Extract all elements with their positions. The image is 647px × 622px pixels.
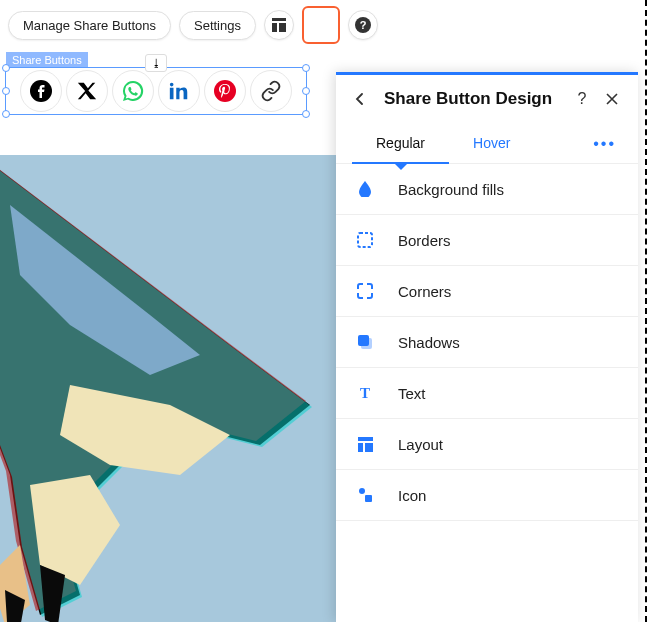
option-shadows[interactable]: Shadows [336,317,638,368]
svg-rect-12 [365,443,373,452]
x-icon [76,80,98,102]
help-icon-button[interactable]: ? [348,10,378,40]
layout-option-icon [356,435,374,453]
option-layout[interactable]: Layout [336,419,638,470]
layout-icon [272,18,286,32]
option-label: Background fills [398,181,504,198]
paintbrush-icon [313,15,329,31]
design-options-list: Background fills Borders Corners Shadows… [336,164,638,521]
pinterest-share-button[interactable] [204,70,246,112]
tab-more-button[interactable]: ••• [587,125,622,163]
whatsapp-share-button[interactable] [112,70,154,112]
pinterest-icon [213,79,237,103]
option-label: Layout [398,436,443,453]
help-icon: ? [355,17,371,33]
linkedin-icon [168,80,190,102]
design-tabs: Regular Hover ••• [336,125,638,164]
manage-share-buttons-button[interactable]: Manage Share Buttons [8,11,171,40]
widget-label: Share Buttons [6,52,88,68]
svg-rect-2 [279,23,286,32]
chevron-left-icon [354,93,366,105]
link-share-button[interactable] [250,70,292,112]
download-icon[interactable]: ⭳ [145,54,167,72]
resize-handle[interactable] [2,64,10,72]
whatsapp-icon [121,79,145,103]
icon-option-icon [356,486,374,504]
corners-icon [356,282,374,300]
link-icon [260,80,282,102]
borders-icon [356,231,374,249]
svg-rect-14 [365,495,372,502]
close-icon [606,93,618,105]
resize-handle[interactable] [2,110,10,118]
facebook-share-button[interactable] [20,70,62,112]
svg-rect-7 [358,233,372,247]
option-icon[interactable]: Icon [336,470,638,521]
settings-button[interactable]: Settings [179,11,256,40]
panel-header: Share Button Design ? [336,75,638,125]
tab-hover[interactable]: Hover [449,125,534,163]
svg-rect-9 [358,335,369,346]
x-share-button[interactable] [66,70,108,112]
bird-artwork [0,155,340,622]
design-icon-button-active[interactable] [302,6,340,44]
option-text[interactable]: T Text [336,368,638,419]
share-button-design-panel: Share Button Design ? Regular Hover ••• … [336,72,638,622]
option-label: Shadows [398,334,460,351]
option-corners[interactable]: Corners [336,266,638,317]
canvas-area [0,155,340,622]
svg-rect-0 [272,18,286,21]
svg-point-13 [359,488,365,494]
resize-handle[interactable] [302,110,310,118]
svg-point-6 [214,80,236,102]
option-label: Text [398,385,426,402]
svg-rect-1 [272,23,277,32]
resize-handle[interactable] [2,87,10,95]
resize-handle[interactable] [302,64,310,72]
svg-rect-10 [358,437,373,441]
back-button[interactable] [350,89,370,109]
fill-icon [356,180,374,198]
tab-regular[interactable]: Regular [352,125,449,163]
svg-rect-11 [358,443,363,452]
option-background-fills[interactable]: Background fills [336,164,638,215]
option-label: Borders [398,232,451,249]
facebook-icon [29,79,53,103]
action-toolbar: Manage Share Buttons Settings ? [8,6,378,44]
shadows-icon [356,333,374,351]
panel-close-button[interactable] [602,89,622,109]
resize-handle[interactable] [302,87,310,95]
share-buttons-widget[interactable]: ⭳ [5,67,307,115]
svg-text:?: ? [360,19,367,31]
option-label: Corners [398,283,451,300]
option-borders[interactable]: Borders [336,215,638,266]
panel-help-button[interactable]: ? [572,89,592,109]
text-icon: T [356,384,374,402]
panel-title: Share Button Design [384,89,562,109]
layout-icon-button[interactable] [264,10,294,40]
linkedin-share-button[interactable] [158,70,200,112]
option-label: Icon [398,487,426,504]
